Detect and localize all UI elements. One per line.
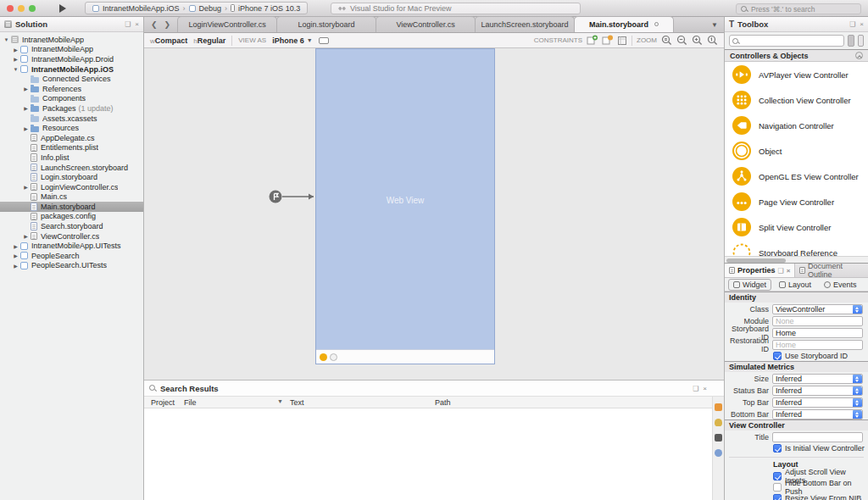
- restoration-id-field[interactable]: [772, 340, 863, 350]
- module-field[interactable]: [772, 316, 863, 326]
- disclosure-closed-icon[interactable]: ▶: [22, 233, 30, 239]
- tree-item-resources[interactable]: ▶Resources: [0, 123, 143, 133]
- add-constraint-icon[interactable]: [587, 35, 598, 46]
- global-search-input[interactable]: Press '⌘.' to search: [736, 3, 861, 14]
- disclosure-closed-icon[interactable]: ▶: [12, 47, 19, 53]
- tree-item-login-storyboard[interactable]: Login.storyboard: [0, 172, 143, 182]
- tree-item-project-ios[interactable]: ▼IntranetMobileApp.iOS: [0, 64, 143, 75]
- disclosure-closed-icon[interactable]: ▶: [12, 253, 19, 258]
- checkbox-checked-icon[interactable]: [773, 494, 782, 500]
- dock-pad-icon-1[interactable]: [715, 403, 722, 411]
- storyboard-id-field[interactable]: [772, 328, 863, 338]
- combo-stepper-icon[interactable]: [853, 305, 862, 314]
- dock-pad-icon-4[interactable]: [715, 449, 722, 457]
- dock-pad-icon[interactable]: ❑: [693, 385, 698, 392]
- zoom-out-icon[interactable]: [676, 35, 687, 46]
- update-constraint-icon[interactable]: [602, 35, 613, 46]
- close-pad-icon[interactable]: ×: [860, 20, 864, 28]
- tree-item-project-droid[interactable]: ▶IntranetMobileApp.Droid: [0, 54, 143, 64]
- tree-item-launchscreen[interactable]: LaunchScreen.storyboard: [0, 163, 143, 173]
- zoom-actual-icon[interactable]: [707, 35, 718, 46]
- status-bar-select[interactable]: Inferred: [772, 386, 863, 396]
- nav-forward-icon[interactable]: ❯: [164, 20, 171, 29]
- minimize-window-icon[interactable]: [18, 5, 25, 12]
- toolbox-item-opengl[interactable]: OpenGL ES View Controller: [725, 164, 868, 189]
- collapse-section-icon[interactable]: [855, 52, 863, 59]
- size-class-button-h[interactable]: hRegular: [193, 36, 225, 45]
- resize-view-from-nib-checkbox[interactable]: Resize View From NIB: [725, 493, 868, 500]
- breadcrumb-device[interactable]: iPhone 7 iOS 10.3: [238, 4, 300, 13]
- combo-stepper-icon[interactable]: [853, 375, 862, 384]
- toolbox-item-pageview[interactable]: Page View Controller: [725, 189, 868, 214]
- maximize-window-icon[interactable]: [29, 5, 36, 12]
- dock-pad-icon-2[interactable]: [715, 419, 722, 426]
- toolbox-section-header[interactable]: Controllers & Objects: [725, 49, 868, 62]
- tree-item-assets[interactable]: Assets.xcassets: [0, 114, 143, 124]
- column-file[interactable]: File: [184, 398, 197, 407]
- subtab-events[interactable]: Events: [819, 279, 862, 291]
- tree-item-components[interactable]: Components: [0, 94, 143, 104]
- checkbox-checked-icon[interactable]: [773, 444, 782, 453]
- tree-item-loginviewcontroller[interactable]: ▶LoginViewController.cs: [0, 182, 143, 192]
- tree-item-appdelegate[interactable]: AppDelegate.cs: [0, 133, 143, 143]
- bottom-bar-select[interactable]: Inferred: [772, 409, 863, 419]
- sort-descending-icon[interactable]: ▼: [277, 398, 283, 404]
- subtab-widget[interactable]: Widget: [728, 279, 771, 291]
- tree-item-peoplesearch[interactable]: ▶PeopleSearch: [0, 251, 143, 261]
- tab-loginviewcontroller[interactable]: LoginViewController.cs: [177, 16, 277, 32]
- initial-view-controller-arrow[interactable]: [261, 184, 322, 209]
- run-button[interactable]: [59, 4, 66, 13]
- toolbox-item-splitview[interactable]: Split View Controller: [725, 214, 868, 240]
- hide-bottom-bar-checkbox[interactable]: Hide Bottom Bar on Push: [725, 482, 868, 492]
- column-path[interactable]: Path: [435, 398, 451, 407]
- zoom-in-icon[interactable]: [692, 35, 703, 46]
- run-configuration-breadcrumb[interactable]: IntranetMobileApp.iOS › Debug › iPhone 7…: [85, 2, 308, 14]
- disclosure-open-icon[interactable]: ▼: [3, 37, 10, 42]
- checkbox-checked-icon[interactable]: [773, 472, 782, 481]
- tab-dirty-icon[interactable]: [654, 22, 659, 26]
- tree-item-main-storyboard[interactable]: Main.storyboard: [0, 202, 143, 212]
- dock-pad-icon[interactable]: ❑: [125, 20, 131, 28]
- tree-item-packagesconfig[interactable]: packages.config: [0, 212, 143, 222]
- zoom-fit-icon[interactable]: [661, 35, 672, 46]
- tab-properties[interactable]: Properties ❑ ×: [725, 264, 795, 277]
- orientation-icon[interactable]: [319, 37, 329, 44]
- size-class-button[interactable]: wCompact: [150, 36, 187, 45]
- size-select[interactable]: Inferred: [772, 374, 863, 384]
- tab-main-storyboard[interactable]: Main.storyboard: [574, 16, 674, 32]
- traffic-lights[interactable]: [7, 5, 36, 12]
- tree-item-connected-services[interactable]: Connected Services: [0, 74, 143, 84]
- disclosure-closed-icon[interactable]: ▶: [22, 125, 30, 131]
- tree-item-packages[interactable]: ▶Packages(1 update): [0, 103, 143, 114]
- tree-item-references[interactable]: ▶References: [0, 84, 143, 94]
- tree-item-maincs[interactable]: Main.cs: [0, 192, 143, 203]
- scrollbar-thumb[interactable]: [726, 258, 786, 263]
- title-field[interactable]: [772, 432, 863, 442]
- breadcrumb-project[interactable]: IntranetMobileApp.iOS: [103, 4, 180, 13]
- nav-back-icon[interactable]: ❮: [151, 20, 158, 29]
- disclosure-closed-icon[interactable]: ▶: [12, 243, 19, 249]
- combo-stepper-icon[interactable]: [853, 386, 862, 396]
- terminal-pad-icon[interactable]: [715, 434, 722, 442]
- disclosure-closed-icon[interactable]: ▶: [22, 105, 30, 111]
- disclosure-closed-icon[interactable]: ▶: [12, 56, 19, 62]
- disclosure-closed-icon[interactable]: ▶: [22, 86, 30, 92]
- toolbox-horizontal-scrollbar[interactable]: [725, 256, 868, 263]
- tree-item-solution[interactable]: ▼IntranetMobileApp: [0, 35, 143, 45]
- toolbox-search-input[interactable]: [729, 35, 844, 47]
- breadcrumb-config[interactable]: Debug: [199, 4, 222, 13]
- tree-item-viewcontroller[interactable]: ▶ViewController.cs: [0, 231, 143, 242]
- view-controller-icon[interactable]: [320, 353, 327, 361]
- list-view-toggle-icon[interactable]: [848, 35, 854, 47]
- close-pad-icon[interactable]: ×: [787, 267, 791, 275]
- combo-stepper-icon[interactable]: [853, 398, 862, 408]
- toolbox-item-storyboard-reference[interactable]: Storyboard Reference: [725, 240, 868, 256]
- toolbox-item-object[interactable]: Object: [725, 138, 868, 164]
- tab-login-storyboard[interactable]: Login.storyboard: [276, 16, 376, 32]
- storyboard-canvas[interactable]: Web View: [144, 48, 724, 380]
- close-pad-icon[interactable]: ×: [135, 20, 139, 28]
- disclosure-open-icon[interactable]: ▼: [12, 67, 19, 72]
- column-project[interactable]: Project: [151, 398, 175, 407]
- frame-edit-icon[interactable]: [617, 36, 627, 46]
- tab-overflow-dropdown-icon[interactable]: ▼: [711, 21, 724, 32]
